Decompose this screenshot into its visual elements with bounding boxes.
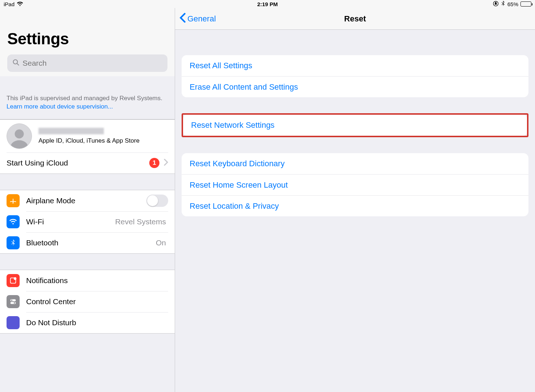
airplane-label: Airplane Mode — [26, 196, 146, 205]
highlight-annotation: Reset Network Settings — [182, 113, 528, 137]
wifi-value: Revel Systems — [115, 217, 166, 226]
wifi-icon — [17, 1, 23, 7]
reset-group-3: Reset Keyboard Dictionary Reset Home Scr… — [182, 153, 528, 216]
reset-location-label: Reset Location & Privacy — [190, 201, 279, 211]
bluetooth-label: Bluetooth — [26, 238, 156, 247]
detail-title: Reset — [344, 14, 366, 24]
search-field[interactable] — [7, 54, 167, 72]
settings-sidebar: Settings This iPad is supervised and man… — [0, 8, 175, 392]
reset-all-label: Reset All Settings — [190, 61, 252, 70]
notifications-label: Notifications — [26, 276, 168, 285]
supervision-text: This iPad is supervised and managed by R… — [7, 95, 162, 102]
nav-bar: General Reset — [175, 8, 535, 30]
bluetooth-icon — [501, 1, 505, 8]
airplane-icon — [7, 194, 20, 207]
supervision-notice: This iPad is supervised and managed by R… — [0, 76, 175, 119]
reset-location-privacy[interactable]: Reset Location & Privacy — [182, 195, 528, 216]
notifications-icon — [7, 274, 20, 287]
reset-network-label: Reset Network Settings — [191, 121, 275, 130]
chevron-right-icon — [164, 159, 168, 168]
wifi-settings-icon — [7, 215, 20, 228]
control-center-icon — [7, 295, 20, 308]
svg-point-3 — [15, 129, 24, 138]
apple-id-row[interactable]: Apple ID, iCloud, iTunes & App Store — [0, 120, 175, 152]
notification-badge: 1 — [149, 158, 159, 168]
supervision-link[interactable]: Learn more about device supervision... — [7, 103, 113, 110]
dnd-label: Do Not Disturb — [26, 318, 168, 327]
search-icon — [12, 59, 23, 68]
back-label: General — [187, 14, 216, 24]
orientation-lock-icon — [493, 1, 499, 8]
back-button[interactable]: General — [179, 13, 216, 25]
dnd-row[interactable]: Do Not Disturb — [0, 312, 175, 333]
clock: 2:19 PM — [257, 1, 278, 7]
wifi-label: Wi-Fi — [26, 217, 115, 226]
device-label: iPad — [4, 1, 15, 7]
start-icloud-row[interactable]: Start Using iCloud 1 — [0, 152, 175, 173]
control-center-row[interactable]: Control Center — [0, 291, 175, 312]
erase-all-label: Erase All Content and Settings — [190, 82, 298, 92]
page-title: Settings — [7, 30, 167, 48]
notifications-row[interactable]: Notifications — [0, 270, 175, 291]
dnd-icon — [7, 316, 20, 329]
reset-network-settings[interactable]: Reset Network Settings — [183, 115, 527, 136]
account-subtitle: Apple ID, iCloud, iTunes & App Store — [38, 137, 139, 144]
svg-line-2 — [17, 63, 19, 65]
chevron-left-icon — [179, 13, 187, 25]
bluetooth-row[interactable]: Bluetooth On — [0, 232, 175, 253]
reset-all-settings[interactable]: Reset All Settings — [182, 55, 528, 76]
airplane-toggle[interactable] — [146, 195, 168, 207]
svg-point-7 — [11, 299, 13, 301]
reset-keyboard-dictionary[interactable]: Reset Keyboard Dictionary — [182, 153, 528, 174]
reset-keyboard-label: Reset Keyboard Dictionary — [190, 159, 285, 168]
reset-home-label: Reset Home Screen Layout — [190, 180, 288, 190]
start-icloud-label: Start Using iCloud — [7, 159, 149, 167]
detail-pane: General Reset Reset All Settings Erase A… — [175, 8, 535, 392]
control-center-label: Control Center — [26, 297, 168, 306]
erase-all-content[interactable]: Erase All Content and Settings — [182, 76, 528, 97]
wifi-row[interactable]: Wi-Fi Revel Systems — [0, 211, 175, 232]
account-name-redacted — [38, 128, 104, 134]
battery-icon — [520, 1, 531, 7]
bluetooth-settings-icon — [7, 236, 20, 249]
status-bar: iPad 2:19 PM 65% — [0, 0, 535, 8]
battery-percent: 65% — [507, 1, 518, 7]
svg-point-5 — [14, 277, 16, 280]
bluetooth-value: On — [156, 238, 166, 247]
search-input[interactable] — [23, 59, 162, 68]
airplane-mode-row[interactable]: Airplane Mode — [0, 190, 175, 211]
avatar — [7, 123, 32, 149]
svg-point-9 — [14, 302, 15, 304]
reset-home-screen[interactable]: Reset Home Screen Layout — [182, 174, 528, 195]
reset-group-2: Reset Network Settings — [183, 115, 527, 136]
reset-group-1: Reset All Settings Erase All Content and… — [182, 55, 528, 97]
